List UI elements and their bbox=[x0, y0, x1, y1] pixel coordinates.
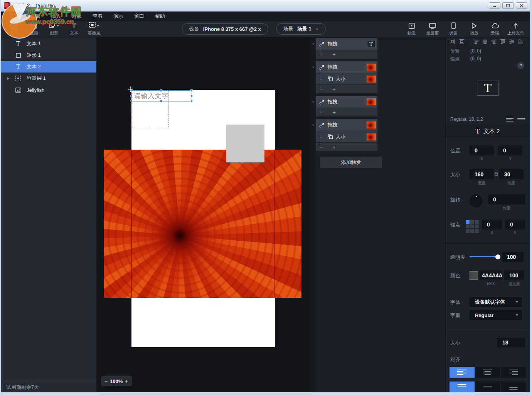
tool-label: 文本 bbox=[70, 30, 78, 36]
insert-container-button[interactable]: 容器层 bbox=[86, 22, 103, 36]
response-row-size[interactable]: 大小 bbox=[316, 131, 377, 142]
align-bottom-icon[interactable] bbox=[518, 39, 523, 44]
lock-icon[interactable] bbox=[495, 172, 498, 176]
rotation-input[interactable]: 0 bbox=[488, 194, 525, 204]
device-button[interactable]: 设备 bbox=[445, 22, 462, 36]
trigger-row-drag[interactable]: 拖拽 bbox=[316, 61, 377, 73]
rectangle-object[interactable] bbox=[226, 125, 264, 162]
menu-help[interactable]: 帮助 bbox=[150, 12, 170, 21]
minimize-button[interactable] bbox=[489, 2, 500, 9]
height-input[interactable]: 30 bbox=[499, 169, 524, 179]
layer-row-jellyfish[interactable]: Jellyfish bbox=[1, 84, 96, 96]
upload-button[interactable]: 上传文件 bbox=[507, 22, 524, 36]
position-x-input[interactable]: 0 bbox=[470, 145, 494, 155]
response-row-size[interactable]: 大小 bbox=[316, 73, 377, 84]
maximize-button[interactable] bbox=[502, 2, 514, 9]
insert-image-button[interactable]: 图片 bbox=[5, 22, 22, 36]
weight-dropdown[interactable]: Regular bbox=[470, 310, 522, 320]
resize-handle[interactable] bbox=[190, 89, 193, 92]
play-button[interactable]: 播放 bbox=[466, 22, 483, 36]
add-trigger-button[interactable]: 添加触发 bbox=[320, 157, 382, 168]
slider-knob[interactable] bbox=[495, 254, 500, 259]
insert-video-button[interactable]: 视频 bbox=[25, 22, 42, 36]
trigger-group: ˅ 拖拽 bbox=[316, 119, 445, 151]
menu-preview[interactable]: 演示 bbox=[108, 12, 129, 21]
vertical-align-middle-button[interactable] bbox=[475, 381, 500, 392]
menubar: 文件 编辑 插入 对象 查看 演示 窗口 帮助 bbox=[1, 12, 530, 21]
align-left-icon[interactable] bbox=[473, 39, 479, 44]
align-right-icon[interactable] bbox=[491, 39, 497, 44]
menu-object[interactable]: 对象 bbox=[66, 12, 87, 21]
text-align-left-button[interactable] bbox=[450, 367, 475, 378]
zoom-in-button[interactable]: + bbox=[125, 378, 128, 385]
menu-edit[interactable]: 编辑 bbox=[25, 12, 45, 21]
resize-handle[interactable] bbox=[130, 100, 132, 102]
zoom-out-button[interactable]: − bbox=[104, 378, 108, 385]
selection-box[interactable] bbox=[131, 90, 192, 101]
resize-handle[interactable] bbox=[190, 100, 193, 102]
resize-handle[interactable] bbox=[160, 100, 162, 102]
layer-row-container1[interactable]: ▶ 容器层 1 bbox=[1, 73, 96, 84]
add-response-row[interactable]: + bbox=[316, 143, 377, 151]
trigger-group: ˅ 拖拽 + bbox=[316, 96, 445, 116]
canvas[interactable]: 请输入文字 − 100% + bbox=[96, 37, 310, 392]
text-align-center-button[interactable] bbox=[475, 367, 500, 378]
layer-row-rect1[interactable]: 矩形 1 bbox=[1, 49, 96, 61]
expand-arrow-icon[interactable]: ▶ bbox=[7, 76, 10, 80]
font-size-input[interactable]: 18 bbox=[497, 338, 525, 348]
fill-opacity-input[interactable]: 100 bbox=[504, 270, 524, 280]
close-button[interactable] bbox=[516, 2, 527, 9]
menu-insert[interactable]: 插入 bbox=[45, 12, 66, 21]
app-icon bbox=[4, 2, 10, 9]
vertical-align-buttons bbox=[446, 381, 530, 392]
collapse-chevron-icon[interactable]: ˅ bbox=[311, 61, 316, 93]
weight-value: Regular bbox=[475, 312, 493, 318]
scene-pill[interactable]: 场景 场景 1 ˅ bbox=[276, 23, 326, 35]
layer-row-text2-selected[interactable]: T 文本 2 bbox=[1, 61, 96, 73]
opacity-slider[interactable] bbox=[470, 256, 498, 257]
add-response-row[interactable]: + bbox=[316, 50, 377, 59]
align-middle-vertical-icon[interactable] bbox=[509, 39, 514, 44]
trigger-row-drag[interactable]: 拖拽 T bbox=[316, 38, 377, 50]
device-pill[interactable]: 设备 iPhone 8 375 x 667 @2 x bbox=[182, 23, 268, 35]
opacity-input[interactable]: 100 bbox=[502, 252, 524, 262]
cloud-button[interactable]: 云端 bbox=[487, 22, 503, 36]
layer-row-text1[interactable]: T 文本 1 bbox=[1, 38, 96, 49]
distribute-horizontal-icon[interactable] bbox=[450, 39, 455, 44]
hex-input[interactable]: 4A4A4A bbox=[480, 270, 502, 280]
color-swatch[interactable] bbox=[470, 271, 478, 280]
color-label: 颜色 bbox=[450, 270, 470, 279]
vertical-align-top-button[interactable] bbox=[450, 381, 475, 392]
trigger-panel-button[interactable]: 触发 bbox=[403, 22, 420, 36]
insert-text-button[interactable]: T 文本 bbox=[66, 22, 82, 36]
anchor-x-input[interactable]: 0 bbox=[482, 219, 502, 230]
collapse-chevron-icon[interactable]: ˅ bbox=[311, 38, 316, 59]
align-center-horizontal-icon[interactable] bbox=[482, 39, 488, 44]
add-response-row[interactable]: + bbox=[316, 85, 377, 93]
rotation-dial[interactable] bbox=[470, 194, 483, 208]
resize-handle[interactable] bbox=[190, 95, 193, 97]
preview-window-button[interactable]: 预览窗 bbox=[424, 22, 441, 36]
distribute-vertical-icon[interactable] bbox=[459, 39, 465, 44]
jellyfish-image[interactable] bbox=[104, 150, 301, 298]
font-dropdown[interactable]: 设备默认字体 bbox=[470, 297, 522, 307]
collapse-chevron-icon[interactable]: ˅ bbox=[311, 96, 316, 116]
vertical-align-bottom-button[interactable] bbox=[501, 381, 526, 392]
help-icon[interactable]: ? bbox=[517, 62, 524, 69]
align-top-icon[interactable] bbox=[500, 39, 505, 44]
width-input[interactable]: 160 bbox=[470, 169, 494, 179]
menu-file[interactable]: 文件 bbox=[4, 12, 25, 21]
resize-handle[interactable] bbox=[130, 95, 132, 97]
collapse-chevron-icon[interactable]: ˅ bbox=[311, 119, 316, 151]
text-align-right-button[interactable] bbox=[501, 367, 526, 378]
position-y-input[interactable]: 0 bbox=[498, 145, 522, 155]
insert-shape-button[interactable]: 图形 bbox=[45, 22, 62, 36]
anchor-grid[interactable] bbox=[466, 220, 479, 233]
add-response-row[interactable]: + bbox=[316, 108, 377, 116]
menu-view[interactable]: 查看 bbox=[87, 12, 108, 21]
anchor-y-input[interactable]: 0 bbox=[505, 219, 525, 230]
menu-window[interactable]: 窗口 bbox=[129, 12, 150, 21]
resize-handle[interactable] bbox=[160, 89, 162, 92]
trigger-row-drag[interactable]: 拖拽 bbox=[316, 96, 377, 108]
trigger-row-drag[interactable]: 拖拽 bbox=[316, 119, 377, 131]
